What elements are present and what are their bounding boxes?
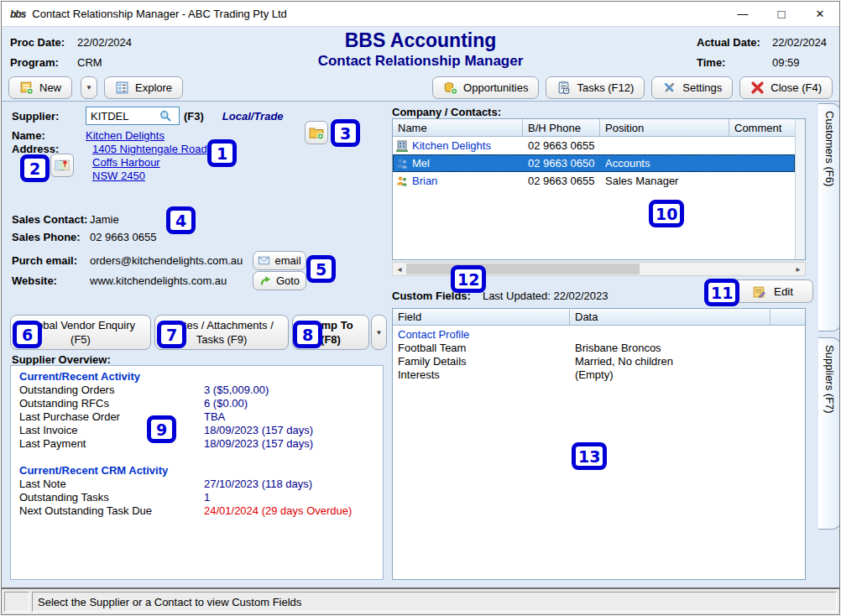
close-button-label: Close (F4) (770, 81, 822, 94)
scrollbar-thumb[interactable] (406, 264, 640, 274)
address-line2-link[interactable]: Coffs Harbour (92, 156, 207, 169)
scroll-right-icon[interactable]: ▸ (791, 264, 805, 274)
custom-field-data (570, 328, 770, 342)
overview-row-label: Outstanding RFCs (19, 397, 204, 410)
scroll-left-icon[interactable]: ◂ (393, 264, 406, 274)
custom-field-row[interactable]: Interests(Empty) (393, 368, 805, 382)
new-dropdown-button[interactable]: ▼ (81, 76, 97, 99)
column-header-phone[interactable]: B/H Phone (523, 119, 600, 136)
overview-row-value: 6 ($0.00) (204, 397, 248, 410)
overview-row: Outstanding Orders3 ($5,009.00) (19, 384, 383, 397)
callout-12: 12 (451, 265, 486, 293)
address-line1-link[interactable]: 1405 Nightengale Road (92, 143, 207, 155)
email-icon (258, 254, 270, 267)
purch-email-value: orders@kitchendelights.com.au (90, 254, 243, 267)
overview-row: Outstanding Tasks1 (19, 491, 383, 504)
overview-section-heading: Current/Recent CRM Activity (19, 464, 383, 478)
contact-row[interactable]: Brian 02 9663 0655 Sales Manager (393, 172, 795, 190)
header: Proc Date:22/02/2024 Program:CRM BBS Acc… (2, 27, 839, 74)
program-value: CRM (77, 56, 102, 69)
edit-button-label: Edit (774, 285, 793, 298)
callout-2: 2 (20, 154, 50, 182)
website-label: Website: (12, 274, 90, 287)
contacts-vertical-scrollbar[interactable] (795, 119, 805, 259)
new-button[interactable]: New (8, 76, 72, 99)
jump-to-dropdown-button[interactable]: ▼ (371, 315, 387, 350)
map-button[interactable] (50, 154, 74, 177)
app-logo-icon: bbs (10, 8, 25, 20)
custom-field-name: Contact Profile (393, 328, 570, 342)
overview-row: Last Invoice18/09/2023 (157 days) (19, 424, 383, 437)
supplier-type: Local/Trade (222, 110, 284, 123)
sales-phone-value: 02 9663 0655 (90, 231, 157, 243)
overview-row-label: Last Invoice (19, 424, 204, 437)
people-icon (395, 157, 409, 170)
custom-field-row[interactable]: Contact Profile (393, 328, 805, 342)
add-contact-button[interactable] (305, 121, 328, 144)
callout-6: 6 (13, 321, 42, 348)
contact-row-company[interactable]: Kitchen Delights 02 9663 0655 (393, 137, 795, 154)
tasks-button-label: Tasks (F12) (577, 81, 634, 94)
proc-date-label: Proc Date: (10, 36, 77, 49)
app-title: BBS Accounting (212, 29, 629, 52)
callout-9: 9 (147, 415, 176, 443)
supplier-overview-title: Supplier Overview: (12, 353, 111, 366)
custom-field-name: Football Team (393, 342, 570, 355)
minimize-icon[interactable]: — (723, 2, 762, 26)
opportunities-button[interactable]: Opportunities (432, 76, 539, 99)
contact-position: Accounts (600, 157, 729, 170)
supplier-code-input[interactable] (86, 110, 159, 123)
actual-date-label: Actual Date: (697, 36, 764, 49)
overview-row-value: 18/09/2023 (157 days) (204, 424, 313, 437)
address-line3-link[interactable]: NSW 2450 (92, 170, 207, 182)
sales-contact-value: Jamie (90, 213, 119, 226)
sales-phone-label: Sales Phone: (12, 231, 90, 243)
maximize-icon[interactable]: □ (762, 2, 801, 26)
overview-row-label: Last Payment (19, 437, 204, 451)
main-content: Supplier: (F3) Local/Trade Name: Kitchen… (2, 101, 839, 589)
callout-10: 10 (649, 200, 684, 227)
custom-field-row[interactable]: Family DetailsMarried, No children (393, 355, 805, 368)
overview-row-label: Last Note (19, 478, 204, 491)
contact-row-selected[interactable]: Mel 02 9663 0650 Accounts (393, 154, 795, 172)
overview-row-value: 1 (204, 491, 210, 504)
contact-name: Brian (412, 175, 437, 187)
global-vendor-line1: Global Vendor Enquiry (26, 318, 135, 332)
settings-button[interactable]: Settings (651, 76, 733, 99)
overview-row-value-overdue: 24/01/2024 (29 days Overdue) (204, 504, 352, 518)
goto-button[interactable]: Goto (253, 271, 306, 290)
tab-suppliers[interactable]: Suppliers (F7) (818, 337, 840, 530)
supplier-name-link[interactable]: Kitchen Delights (86, 129, 165, 142)
column-header-position[interactable]: Position (600, 119, 729, 136)
overview-row-value: 3 ($5,009.00) (204, 384, 269, 397)
overview-row: Last Payment18/09/2023 (157 days) (19, 437, 383, 451)
column-header-field[interactable]: Field (393, 309, 570, 325)
custom-field-data: (Empty) (570, 368, 770, 382)
custom-field-name: Family Details (393, 355, 570, 368)
close-window-icon[interactable]: ✕ (801, 2, 839, 26)
column-header-data[interactable]: Data (570, 309, 770, 325)
toolbar: New ▼ Explore Opportunities Tasks (F12) … (2, 74, 839, 101)
overview-section-heading: Current/Recent Activity (19, 370, 383, 384)
explore-button[interactable]: Explore (104, 76, 183, 99)
goto-icon (259, 274, 272, 287)
chevron-down-icon: ▼ (376, 326, 383, 340)
purch-email-label: Purch email: (12, 254, 90, 267)
callout-13: 13 (572, 442, 607, 470)
opportunities-icon (443, 81, 457, 95)
email-button[interactable]: email (253, 251, 306, 270)
contact-name: Mel (412, 157, 430, 170)
overview-row-value: TBA (204, 410, 225, 424)
column-header-comment[interactable]: Comment (729, 119, 795, 136)
custom-field-row[interactable]: Football TeamBrisbane Broncos (393, 342, 805, 355)
column-header-name[interactable]: Name (393, 119, 523, 136)
search-icon[interactable] (159, 109, 172, 123)
actual-date-value: 22/02/2024 (772, 36, 833, 49)
website-value: www.kitchendelights.com.au (90, 274, 227, 287)
tasks-button[interactable]: Tasks (F12) (546, 76, 645, 99)
tasks-icon (556, 81, 571, 95)
folder-add-icon (309, 125, 324, 140)
close-button[interactable]: Close (F4) (739, 76, 833, 99)
tab-customers[interactable]: Customers (F6) (818, 103, 840, 331)
edit-button[interactable]: Edit (732, 279, 813, 303)
